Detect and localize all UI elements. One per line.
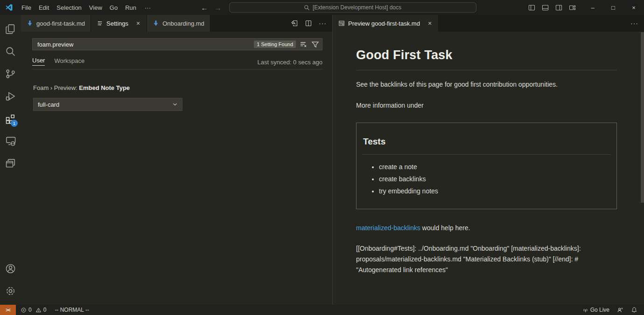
scope-tab-workspace[interactable]: Workspace [54, 57, 84, 66]
windows-icon[interactable] [0, 152, 21, 174]
menu-go[interactable]: Go [106, 2, 121, 13]
forward-icon: → [215, 4, 222, 12]
feedback-item[interactable] [614, 305, 626, 315]
close-tab-icon[interactable]: × [427, 20, 433, 27]
preview-title: Good First Task [356, 46, 617, 65]
editor-groups: good-first-task.md Settings × Onboardi [21, 15, 644, 305]
list-item: create backlinks [379, 174, 611, 184]
menu-bar: File Edit Selection View Go Run ··· [18, 2, 155, 13]
setting-category: Foam › Preview: [33, 84, 79, 91]
more-actions-icon[interactable]: ··· [630, 20, 638, 27]
vscode-window: File Edit Selection View Go Run ··· ← → … [0, 0, 644, 315]
command-center-label: [Extension Development Host] docs [313, 4, 401, 11]
link-paragraph: materialized-backlinks would help here. [356, 223, 617, 233]
account-icon[interactable] [0, 257, 21, 280]
main-area: 1 [0, 15, 644, 305]
scope-tab-user[interactable]: User [32, 57, 45, 66]
command-center-search[interactable]: [Extension Development Host] docs [229, 2, 476, 13]
tab-preview-good-first-task[interactable]: Preview good-first-task.md × [333, 15, 439, 32]
bell-icon [631, 307, 637, 313]
link-suffix: would help here. [420, 224, 470, 232]
tab-bar-right: Preview good-first-task.md × ··· [333, 15, 644, 32]
more-info-paragraph: More information under [356, 101, 617, 110]
settings-search-actions [300, 41, 319, 48]
extensions-icon[interactable]: 1 [0, 107, 21, 130]
split-editor-icon[interactable] [305, 20, 312, 27]
tab-label: Settings [106, 20, 128, 27]
card-list: create a note create backlinks try embed… [362, 162, 611, 196]
tab-onboarding[interactable]: Onboarding.md [147, 15, 210, 32]
menu-edit[interactable]: Edit [35, 2, 53, 13]
explorer-icon[interactable] [0, 18, 21, 40]
settings-gear-icon[interactable] [0, 280, 21, 302]
more-actions-icon[interactable]: ··· [319, 20, 327, 27]
list-item: try embedding notes [379, 186, 611, 196]
title-rule [356, 70, 617, 70]
close-tab-icon[interactable]: × [135, 20, 141, 27]
remote-indicator[interactable]: >< [0, 305, 16, 315]
menu-view[interactable]: View [85, 2, 106, 13]
tab-bar-left: good-first-task.md Settings × Onboardi [21, 15, 332, 32]
toggle-secondary-sidebar-icon[interactable] [555, 4, 562, 11]
preview-icon [338, 20, 345, 27]
menu-file[interactable]: File [18, 2, 35, 13]
go-live-label: Go Live [590, 307, 609, 313]
activity-bar: 1 [0, 15, 21, 305]
preview-scrollbar[interactable] [641, 32, 644, 203]
card-title: Tests [363, 135, 611, 149]
setting-name: Embed Note Type [79, 84, 130, 91]
setting-title: Foam › Preview: Embed Note Type [33, 84, 322, 91]
tab-good-first-task[interactable]: good-first-task.md [21, 15, 91, 32]
editor-actions-right: ··· [625, 15, 644, 32]
menu-selection[interactable]: Selection [53, 2, 85, 13]
feedback-person-icon [617, 307, 623, 313]
statusbar-left: 0 0 -- NORMAL -- [18, 305, 92, 315]
tab-label: Onboarding.md [162, 20, 204, 27]
editor-group-right: Preview good-first-task.md × ··· Good Fi… [333, 15, 644, 305]
settings-editor: 1 Setting Found User Workspace [21, 32, 332, 111]
settings-search-input[interactable] [36, 41, 254, 48]
search-sidebar-icon[interactable] [0, 40, 21, 62]
toggle-panel-icon[interactable] [542, 4, 549, 11]
results-count-badge: 1 Setting Found [254, 41, 296, 48]
embed-note-type-select[interactable]: full-card [33, 98, 182, 111]
settings-scope-tabs: User Workspace Last synced: 0 secs ago [32, 57, 322, 69]
remote-explorer-icon[interactable] [0, 130, 21, 152]
status-bar: >< 0 0 -- NORMAL -- [0, 305, 644, 315]
setting-row: Foam › Preview: Embed Note Type full-car… [32, 84, 322, 111]
menu-run[interactable]: Run [121, 2, 140, 13]
go-live-item[interactable]: Go Live [580, 305, 612, 315]
markdown-preview: Good First Task See the backlinks of thi… [333, 32, 644, 275]
tab-settings[interactable]: Settings × [91, 15, 147, 32]
markdown-icon [27, 20, 33, 27]
back-icon[interactable]: ← [201, 4, 208, 12]
tab-label: good-first-task.md [36, 20, 85, 27]
editor-actions-left: ··· [285, 15, 332, 32]
vscode-logo-icon [5, 3, 13, 12]
list-item: create a note [379, 162, 611, 172]
notifications-item[interactable] [628, 305, 640, 315]
window-controls: – □ × [582, 0, 644, 15]
statusbar-right: Go Live [580, 305, 644, 315]
intro-paragraph: See the backlinks of this page for good … [356, 80, 617, 89]
settings-search-row: 1 Setting Found [32, 38, 322, 50]
source-control-icon[interactable] [0, 62, 21, 85]
link-references-paragraph: [[Onboarding#Tests]: ../Onboarding.md "O… [356, 243, 617, 275]
minimize-icon[interactable]: – [582, 0, 603, 15]
open-preview-icon[interactable] [291, 20, 298, 27]
markdown-icon [153, 20, 159, 27]
filter-icon[interactable] [311, 41, 319, 48]
toggle-sidebar-icon[interactable] [528, 4, 535, 11]
materialized-backlinks-link[interactable]: materialized-backlinks [356, 224, 420, 232]
maximize-icon[interactable]: □ [603, 0, 623, 15]
menu-overflow-icon[interactable]: ··· [140, 2, 155, 13]
run-debug-icon[interactable] [0, 85, 21, 107]
vim-mode-label: -- NORMAL -- [55, 307, 89, 313]
close-window-icon[interactable]: × [623, 0, 644, 15]
problems-item[interactable]: 0 0 [18, 305, 49, 315]
vim-mode-item[interactable]: -- NORMAL -- [52, 305, 92, 315]
history-nav: ← → [201, 4, 222, 12]
warning-count: 0 [43, 307, 47, 313]
customize-layout-icon[interactable] [569, 4, 576, 11]
clear-search-icon[interactable] [300, 41, 308, 48]
